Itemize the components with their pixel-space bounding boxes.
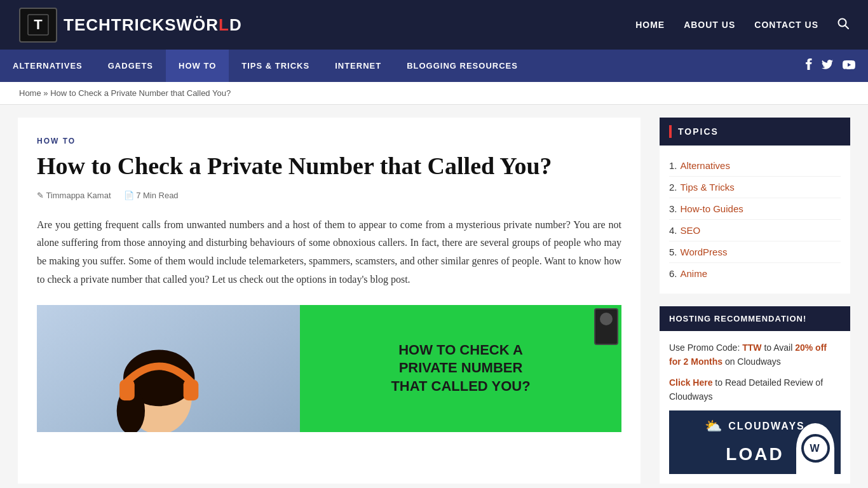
wp-circle: W [801,434,830,463]
topic-link-wordpress[interactable]: WordPress [681,247,728,257]
subnav-blogging[interactable]: BLOGGING RESOURCES [394,50,531,82]
cloud-icon: ⛅ [705,415,723,437]
article-image-text: HOW TO CHECK A PRIVATE NUMBER THAT CALLE… [391,341,530,396]
sub-navigation: ALTERNATIVES GADGETS HOW TO TIPS & TRICK… [0,50,868,82]
article-meta: Timmappa Kamat 7 Min Read [37,191,621,200]
article: HOW TO How to Check a Private Number tha… [18,118,641,484]
search-button[interactable] [837,18,849,32]
nav-about[interactable]: ABOUT US [684,20,735,30]
topics-header: TOPICS [660,118,850,146]
site-header: T TECHTRICKSWÖRLD HOME ABOUT US CONTACT … [0,0,868,50]
header-nav: HOME ABOUT US CONTACT US [635,18,849,32]
hosting-click-link[interactable]: Click Here [669,377,712,388]
hosting-promo-suffix: to Avail [762,342,796,353]
topic-link-anime[interactable]: Anime [681,268,708,279]
svg-rect-11 [119,380,135,401]
hosting-widget: HOSTING RECOMMENDATION! Use Promo Code: … [660,306,850,484]
svg-text:T: T [34,17,43,32]
topics-list: 1. Alternatives 2. Tips & Tricks 3. How-… [660,146,850,294]
subnav-gadgets[interactable]: GADGETS [95,50,166,82]
wordpress-banner-icon: W [796,423,834,474]
hosting-promo-code: TTW [742,342,761,353]
breadcrumb: Home » How to Check a Private Number tha… [0,82,868,105]
logo-text: TECHTRICKSWÖRLD [64,15,242,35]
article-image: HOW TO CHECK A PRIVATE NUMBER THAT CALLE… [37,305,621,432]
hosting-promo-prefix: Use Promo Code: [669,342,742,353]
subnav-alternatives[interactable]: ALTERNATIVES [0,50,95,82]
subnav-tips[interactable]: TIPS & TRICKS [229,50,322,82]
hosting-banner: ⛅ CLOUDWAYS LOAD W [669,410,841,474]
article-title: How to Check a Private Number that Calle… [37,152,621,181]
cloudways-logo-area: ⛅ CLOUDWAYS LOAD [705,415,805,469]
banner-load-text: LOAD [726,440,783,469]
facebook-link[interactable] [806,58,812,73]
topic-link-tips[interactable]: Tips & Tricks [681,182,735,193]
hosting-on: on Cloudways [722,356,781,367]
article-image-left [37,305,300,432]
article-body: Are you getting frequent calls from unwa… [37,216,621,289]
main-container: HOW TO How to Check a Private Number tha… [8,105,860,488]
nav-home[interactable]: HOME [635,20,665,30]
nav-contact[interactable]: CONTACT US [754,20,818,30]
svg-line-4 [845,25,848,29]
site-logo[interactable]: T TECHTRICKSWÖRLD [19,8,242,43]
topic-link-seo[interactable]: SEO [681,225,701,236]
breadcrumb-separator: » [43,88,50,98]
breadcrumb-current: How to Check a Private Number that Calle… [50,88,231,98]
article-image-right: HOW TO CHECK A PRIVATE NUMBER THAT CALLE… [300,305,621,432]
topic-link-alternatives[interactable]: Alternatives [681,160,730,171]
topic-item-seo: 4. SEO [669,220,841,241]
topic-link-howto[interactable]: How-to Guides [681,203,743,214]
hosting-header: HOSTING RECOMMENDATION! [660,306,850,331]
article-read-time: 7 Min Read [124,191,179,200]
youtube-link[interactable] [843,59,855,72]
hosting-body: Use Promo Code: TTW to Avail 20% off for… [660,331,850,484]
topic-item-alternatives: 1. Alternatives [669,155,841,177]
topics-header-accent [669,125,672,138]
social-links [806,58,868,73]
subnav-links: ALTERNATIVES GADGETS HOW TO TIPS & TRICK… [0,50,531,82]
article-category: HOW TO [37,137,621,146]
logo-icon: T [19,8,57,43]
cloudways-logo: ⛅ CLOUDWAYS [705,415,805,437]
subnav-howto[interactable]: HOW TO [166,50,229,82]
twitter-link[interactable] [822,59,833,72]
sidebar: TOPICS 1. Alternatives 2. Tips & Tricks … [660,118,850,484]
article-author: Timmappa Kamat [37,191,111,200]
topic-item-tips: 2. Tips & Tricks [669,177,841,198]
topic-item-anime: 6. Anime [669,263,841,284]
breadcrumb-home[interactable]: Home [19,88,41,98]
topic-item-howto: 3. How-to Guides [669,198,841,220]
svg-rect-12 [184,380,199,401]
topic-item-wordpress: 5. WordPress [669,241,841,263]
topics-widget: TOPICS 1. Alternatives 2. Tips & Tricks … [660,118,850,294]
subnav-internet[interactable]: INTERNET [322,50,394,82]
